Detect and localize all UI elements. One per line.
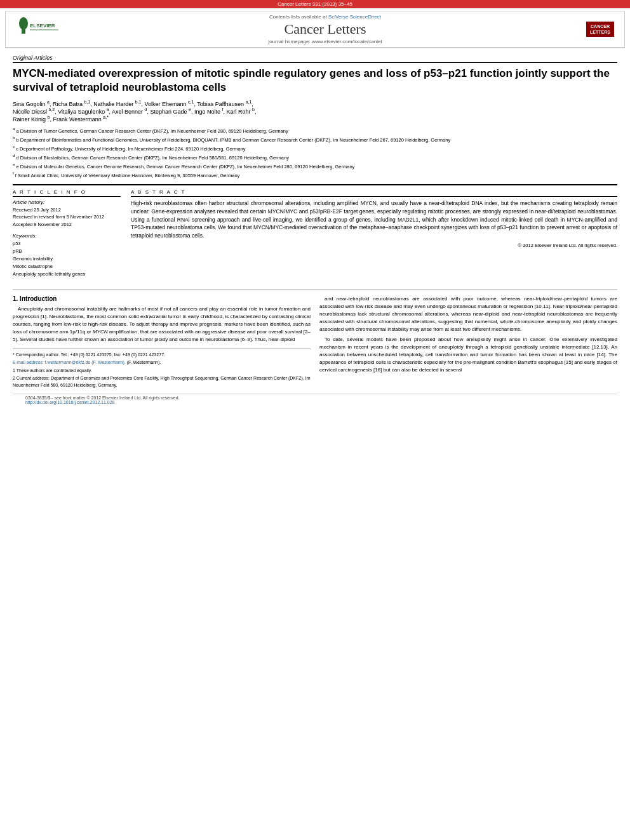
article-history: Article history: Received 25 July 2012 R… [13, 199, 121, 228]
svg-rect-2 [22, 29, 25, 34]
keyword-5: Aneuploidy specific lethality genes [13, 270, 121, 278]
elsevier-logo: ELSEVIER [11, 16, 62, 43]
keyword-1: p53 [13, 240, 121, 248]
intro-para-right-1: and near-tetraploid neuroblastomas are a… [319, 295, 617, 333]
abstract-col: A B S T R A C T High-risk neuroblastomas… [131, 189, 617, 283]
affiliation-c: c c Department of Pathology, University … [13, 144, 617, 152]
footnote-2: 2 Current address: Department of Genomic… [13, 375, 311, 389]
article-title: MYCN-mediated overexpression of mitotic … [13, 67, 617, 95]
journal-homepage: journal homepage: www.elsevier.com/locat… [69, 39, 581, 44]
keyword-3: Genomic instability [13, 255, 121, 263]
keywords-label: Keywords: [13, 233, 121, 239]
abstract-header: A B S T R A C T [131, 189, 617, 197]
body-col-left: 1. Introduction Aneuploidy and chromosom… [13, 295, 311, 390]
abstract-text: High-risk neuroblastomas often harbor st… [131, 199, 617, 240]
article-info-col: A R T I C L E I N F O Article history: R… [13, 189, 121, 283]
journal-title: Cancer Letters [69, 21, 581, 37]
copyright-line: © 2012 Elsevier Ireland Ltd. All rights … [131, 243, 617, 248]
intro-text-left: Aneuploidy and chromosomal instability a… [13, 305, 311, 343]
sciverse-link[interactable]: SciVerse ScienceDirect [328, 14, 381, 20]
article-info-header: A R T I C L E I N F O [13, 189, 121, 197]
intro-heading: 1. Introduction [13, 295, 311, 302]
body-col-right: and near-tetraploid neuroblastomas are a… [319, 295, 617, 390]
received-date: Received 25 July 2012 Received in revise… [13, 206, 121, 228]
journal-header: ELSEVIER Contents lists available at Sci… [5, 11, 625, 48]
email-link[interactable]: E-mail address: f.westermann@dkfz.de (F.… [13, 360, 126, 364]
svg-text:ELSEVIER: ELSEVIER [30, 23, 55, 29]
keywords-list: p53 pRB Genomic instability Mitotic cata… [13, 240, 121, 278]
authors: Sina Gogolin a, Richa Batra b,1, Nathali… [13, 100, 617, 123]
journal-citation-bar: Cancer Letters 331 (2013) 35–45 [0, 0, 630, 8]
authors-text: Sina Gogolin a, Richa Batra b,1, Nathali… [13, 101, 256, 123]
footnotes: * Corresponding author. Tel.: +49 (0) 62… [13, 349, 311, 389]
section-label: Original Articles [13, 55, 617, 63]
intro-para-right-2: To date, several models have been propos… [319, 336, 617, 374]
info-abstract-section: A R T I C L E I N F O Article history: R… [13, 184, 617, 283]
affiliation-e: e e Division of Molecular Genetics, Canc… [13, 162, 617, 170]
sciverse-line: Contents lists available at SciVerse Sci… [69, 14, 581, 20]
history-label: Article history: [13, 199, 121, 205]
affiliation-b: b b Department of Bioinformatics and Fun… [13, 135, 617, 143]
affiliations: a a Division of Tumor Genetics, German C… [13, 126, 617, 179]
keyword-4: Mitotic catastrophe [13, 263, 121, 270]
intro-para-1: Aneuploidy and chromosomal instability a… [13, 305, 311, 343]
journal-header-top: ELSEVIER Contents lists available at Sci… [6, 11, 624, 48]
issn-text: 0304-3835/$ - see front matter © 2012 El… [25, 396, 180, 400]
svg-rect-0 [11, 16, 62, 41]
main-content: Original Articles MYCN-mediated overexpr… [0, 51, 630, 412]
journal-badge: CANCER LETTERS [581, 22, 619, 37]
badge-text: CANCER LETTERS [586, 22, 614, 37]
journal-header-center: Contents lists available at SciVerse Sci… [69, 14, 581, 44]
affiliation-f: f f Small Animal Clinic, University of V… [13, 171, 617, 179]
keywords-section: Keywords: p53 pRB Genomic instability Mi… [13, 233, 121, 278]
doi-link[interactable]: http://dx.doi.org/10.1016/j.canlet.2012.… [25, 400, 115, 404]
bottom-bar: 0304-3835/$ - see front matter © 2012 El… [13, 394, 617, 406]
citation-text: Cancer Letters 331 (2013) 35–45 [278, 1, 352, 7]
intro-text-right: and near-tetraploid neuroblastomas are a… [319, 295, 617, 374]
svg-point-1 [19, 17, 28, 30]
keyword-2: pRB [13, 248, 121, 255]
body-section: 1. Introduction Aneuploidy and chromosom… [13, 290, 617, 390]
footnote-corresponding: * Corresponding author. Tel.: +49 (0) 62… [13, 352, 311, 359]
affiliation-a: a a Division of Tumor Genetics, German C… [13, 126, 617, 135]
affiliation-d: d d Division of Biostatistics, German Ca… [13, 153, 617, 161]
footnote-email: E-mail address: f.westermann@dkfz.de (F.… [13, 359, 311, 366]
footnote-1: 1 These authors are contributed equally. [13, 368, 311, 375]
